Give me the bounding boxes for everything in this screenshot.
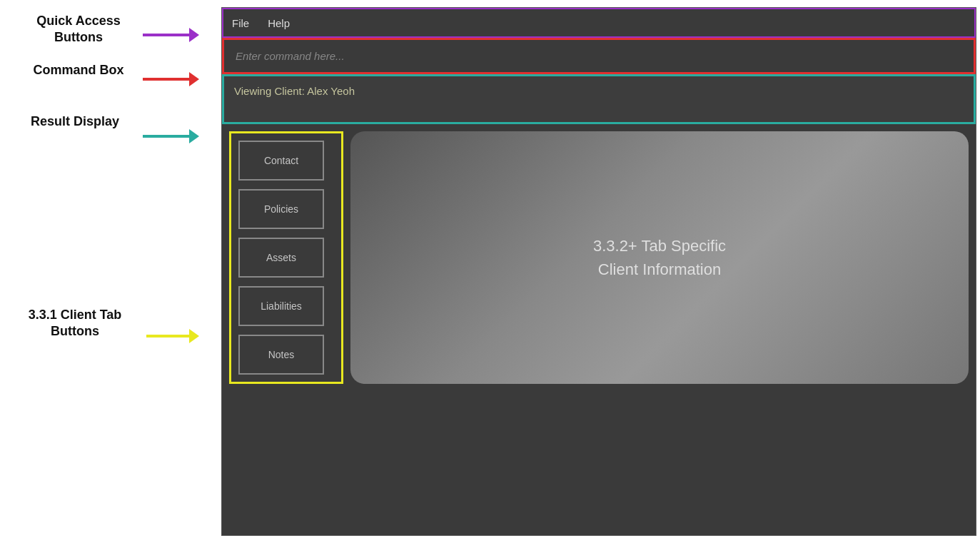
tab-info-text: 3.3.2+ Tab Specific Client Information xyxy=(593,234,726,281)
result-display-label: Result Display xyxy=(11,114,139,129)
tab-button-contact[interactable]: Contact xyxy=(238,141,324,181)
menu-item-help[interactable]: Help xyxy=(265,16,293,31)
menu-bar: File Help xyxy=(222,8,976,38)
menu-item-file[interactable]: File xyxy=(229,16,252,31)
tab-button-notes[interactable]: Notes xyxy=(238,335,324,375)
result-display-text: Viewing Client: Alex Yeoh xyxy=(234,85,355,97)
tab-buttons-panel: Contact Policies Assets Liabilities Note… xyxy=(229,131,343,384)
tab-info-panel: 3.3.2+ Tab Specific Client Information xyxy=(350,131,969,384)
quick-access-label: Quick Access Buttons xyxy=(21,13,136,46)
client-tab-label: 3.3.1 Client Tab Buttons xyxy=(7,307,143,340)
result-display: Viewing Client: Alex Yeoh xyxy=(222,74,976,124)
quick-access-arrow xyxy=(143,28,199,42)
result-display-arrow xyxy=(143,129,199,143)
command-input[interactable] xyxy=(228,44,969,68)
client-area: Contact Policies Assets Liabilities Note… xyxy=(222,124,976,391)
command-box-wrapper xyxy=(222,38,976,74)
command-box-arrow xyxy=(143,72,199,86)
command-box-label: Command Box xyxy=(21,63,136,78)
app-container: File Help Viewing Client: Alex Yeoh Cont… xyxy=(221,7,976,536)
client-tab-arrow xyxy=(146,329,199,343)
tab-button-policies[interactable]: Policies xyxy=(238,189,324,229)
tab-button-assets[interactable]: Assets xyxy=(238,238,324,278)
tab-button-liabilities[interactable]: Liabilities xyxy=(238,286,324,326)
